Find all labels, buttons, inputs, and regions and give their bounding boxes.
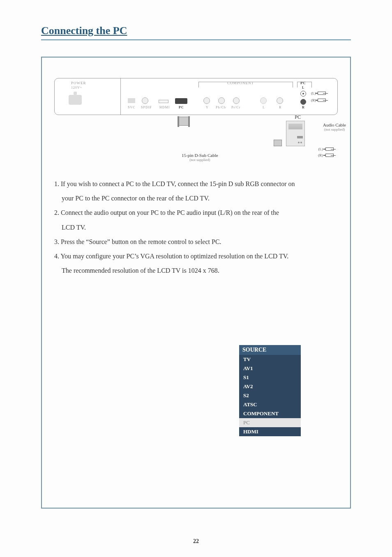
step1-line1: 1. If you wish to connect a PC to the LC… [54,177,338,191]
dsub-cable-subtext: (not supplied) [182,158,218,162]
source-item-hdmi[interactable]: HDMI [239,427,301,436]
source-item-av2[interactable]: AV2 [239,382,301,391]
source-item-component[interactable]: COMPONENT [239,409,301,418]
pc-vga-port-icon [175,98,187,104]
component-r-label: R [279,106,281,109]
rear-panel-diagram: POWER 120V~ SVC SPDIF HDMI PC COMPONENT … [54,78,338,115]
audio-plug-l-icon [318,92,326,95]
content-frame: POWER 120V~ SVC SPDIF HDMI PC COMPONENT … [41,57,351,509]
instructions-block: 1. If you wish to connect a PC to the LC… [54,177,338,278]
source-item-s1[interactable]: S1 [239,373,301,382]
pc-audio-l-jack-icon [300,91,306,97]
pbcb-label: Pb/Cb [216,106,226,109]
step1-line2: your PC to the PC connector on the rear … [54,191,338,205]
heading-divider [41,39,351,40]
power-label: POWER [71,81,86,85]
voltage-label: 120V~ [71,86,82,90]
step2-line1: 2. Connect the audio output on your PC t… [54,205,338,220]
component-l-icon [260,97,267,104]
panel-divider [120,78,121,115]
source-menu-title: SOURCE [239,345,301,355]
step4-line2: The recommended resolution of the LCD TV… [54,263,338,278]
svc-label: SVC [128,106,136,109]
vga-connector-icon [179,117,189,126]
plug2-r-label: (R) [318,153,323,157]
pc-port-label: PC [179,106,184,109]
audio-cable-label: Audio Cable (not supplied) [323,122,346,131]
audio-plug2-l-icon [325,147,334,151]
audio-plug-r-icon [318,99,326,102]
source-item-s2[interactable]: S2 [239,391,301,400]
source-item-pc[interactable]: PC [239,418,301,427]
prcr-label: Pr/Cr [231,106,240,109]
page-number: 22 [0,538,392,545]
step2-line2: LCD TV. [54,220,338,235]
component-label: COMPONENT [227,81,254,85]
component-r-icon [277,97,283,104]
step3: 3. Press the “Source” button on the remo… [54,235,338,249]
audio-cable-subtext: (not supplied) [323,127,346,131]
pc-audio-r-jack-icon [300,99,306,105]
svc-port-icon [128,98,135,103]
component-pbcb-icon [218,97,225,104]
dsub-cable-label: 15-pin D-Sub Cable (not supplied) [182,153,218,162]
pc-back-jack2-icon [298,142,300,143]
plug-l-label: (L) [311,91,316,95]
dsub-cable-text: 15-pin D-Sub Cable [182,153,218,158]
connection-illustration: PC Audio Cable (not supplied) (L) (R) 15… [54,115,338,168]
spdif-label: SPDIF [141,106,152,109]
pc-group-label: PC [300,81,306,85]
source-item-av1[interactable]: AV1 [239,364,301,373]
source-item-atsc[interactable]: ATSC [239,400,301,409]
hdmi-label: HDMI [159,106,170,109]
step4-line1: 4. You may configure your PC’s VGA resol… [54,249,338,263]
source-menu: SOURCE TVAV1S1AV2S2ATSCCOMPONENTPCHDMI [239,345,301,436]
plug2-l-label: (L) [318,147,323,151]
source-menu-body: TVAV1S1AV2S2ATSCCOMPONENTPCHDMI [239,355,301,436]
pc-device-label: PC [295,114,301,120]
pc-audio-l-label: L [302,86,304,90]
source-item-tv[interactable]: TV [239,355,301,364]
pc-back-jack1-icon [300,142,302,143]
spdif-port-icon [142,97,148,104]
pc-audio-r-label: R [302,106,305,109]
audio-cable-text: Audio Cable [323,122,346,127]
audio-plug2-r-icon [325,154,334,157]
page-title: Connecting the PC [41,25,351,39]
pc-tower-icon [286,121,305,146]
component-prcr-icon [233,97,240,104]
y-label: Y [206,106,209,109]
component-l-label: L [263,106,265,109]
hdmi-port-icon [159,100,168,103]
pc-back-port-icon [297,136,303,138]
vga-plug-pc-icon [274,140,282,146]
component-y-icon [203,97,210,104]
power-socket-icon [69,95,82,105]
